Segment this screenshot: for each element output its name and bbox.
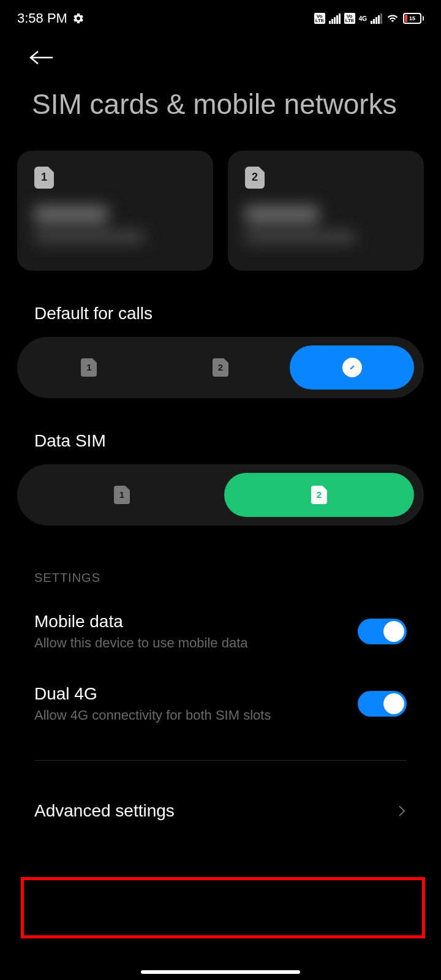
default-calls-selector: 1 2: [17, 337, 424, 398]
sim-chip-icon: 1: [114, 486, 130, 504]
chevron-right-icon: [398, 804, 407, 818]
sim-1-redacted: [34, 206, 196, 243]
status-time: 3:58 PM: [17, 10, 67, 26]
mobile-data-title: Mobile data: [34, 612, 358, 631]
no-preference-icon: [342, 358, 362, 377]
toggle-knob: [383, 621, 404, 642]
status-bar: 3:58 PM VoLTE VoLTE 4G 15: [0, 0, 441, 37]
sim-chip-icon: 1: [34, 167, 54, 189]
dual-4g-row[interactable]: Dual 4G Allow 4G connectivity for both S…: [0, 663, 441, 736]
sim-chip-icon: 1: [81, 358, 97, 377]
dual-4g-toggle[interactable]: [358, 691, 407, 717]
mobile-data-toggle[interactable]: [358, 619, 407, 644]
default-calls-sim2[interactable]: 2: [159, 345, 283, 390]
dual-4g-desc: Allow 4G connectivity for both SIM slots: [34, 707, 358, 723]
sim-card-1[interactable]: 1: [17, 151, 213, 271]
default-calls-label: Default for calls: [0, 271, 441, 337]
network-type: 4G: [359, 16, 367, 21]
mobile-data-row[interactable]: Mobile data Allow this device to use mob…: [0, 600, 441, 663]
status-right: VoLTE VoLTE 4G 15: [314, 13, 424, 24]
default-calls-ask[interactable]: [290, 345, 414, 390]
status-left: 3:58 PM: [17, 10, 85, 26]
data-sim-selector: 1 2: [17, 464, 424, 526]
sim-2-redacted: [245, 206, 407, 243]
signal-sim2-icon: [371, 13, 382, 24]
wifi-icon: [386, 13, 399, 24]
signal-sim1-icon: [329, 13, 341, 24]
dual-4g-title: Dual 4G: [34, 684, 358, 704]
data-sim-label: Data SIM: [0, 398, 441, 464]
advanced-settings-row[interactable]: Advanced settings: [0, 780, 441, 842]
sim-chip-icon: 2: [245, 167, 265, 189]
default-calls-sim1[interactable]: 1: [27, 345, 151, 390]
back-arrow-icon: [29, 49, 54, 66]
sim-chip-icon: 2: [213, 358, 228, 377]
volte-badge-1: VoLTE: [314, 13, 325, 24]
sim-card-2[interactable]: 2: [228, 151, 424, 271]
settings-header: SETTINGS: [0, 526, 441, 600]
data-sim-1[interactable]: 1: [27, 473, 217, 517]
page-title: SIM cards & mobile networks: [0, 87, 441, 151]
dual-4g-text: Dual 4G Allow 4G connectivity for both S…: [34, 684, 358, 723]
battery-icon: 15: [403, 13, 424, 24]
gear-icon: [72, 12, 85, 24]
mobile-data-text: Mobile data Allow this device to use mob…: [34, 612, 358, 651]
toggle-knob: [383, 693, 404, 714]
volte-badge-2: VoLTE: [344, 13, 355, 24]
divider: [34, 760, 407, 761]
back-button[interactable]: [0, 37, 441, 87]
advanced-settings-title: Advanced settings: [34, 801, 175, 821]
data-sim-2[interactable]: 2: [224, 473, 414, 517]
tutorial-highlight: [21, 877, 425, 938]
home-indicator[interactable]: [141, 970, 300, 974]
mobile-data-desc: Allow this device to use mobile data: [34, 635, 358, 651]
battery-level: 15: [409, 15, 415, 21]
sim-chip-icon: 2: [311, 486, 327, 504]
sim-cards-container: 1 2: [0, 151, 441, 271]
